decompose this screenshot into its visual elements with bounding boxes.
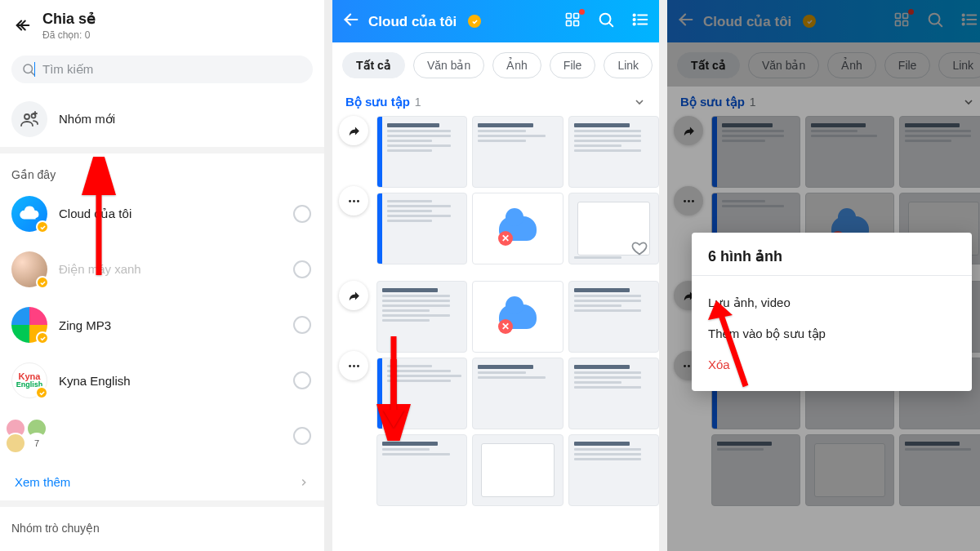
avatar-photo <box>11 251 47 287</box>
svg-point-26 <box>357 365 359 367</box>
recent-item-label: Kyna English <box>59 374 131 388</box>
select-radio[interactable] <box>293 316 311 334</box>
thumbnail[interactable] <box>568 281 659 353</box>
option-save[interactable]: Lưu ảnh, video <box>708 287 956 318</box>
svg-point-22 <box>353 200 355 202</box>
svg-point-15 <box>634 14 635 16</box>
new-group-row[interactable]: Nhóm mới <box>0 91 324 147</box>
thumbnail[interactable] <box>568 116 659 188</box>
select-radio[interactable] <box>293 371 311 389</box>
share-button[interactable] <box>339 116 368 145</box>
svg-line-14 <box>609 23 612 26</box>
verified-badge-icon <box>36 220 49 233</box>
svg-point-19 <box>634 23 635 24</box>
message-group-1: ✕ <box>332 116 659 264</box>
share-header: Chia sẻ Đã chọn: 0 <box>0 0 324 47</box>
svg-point-23 <box>357 200 359 202</box>
option-delete[interactable]: Xóa <box>708 349 956 380</box>
recent-item-label: Điện máy xanh <box>59 262 141 277</box>
new-group-label: Nhóm mới <box>59 112 115 127</box>
tab-image[interactable]: Ảnh <box>492 52 541 78</box>
select-radio[interactable] <box>293 205 311 223</box>
see-more-row[interactable]: Xem thêm <box>0 464 324 500</box>
svg-line-2 <box>31 72 33 74</box>
thumbnail[interactable] <box>472 116 563 188</box>
svg-rect-12 <box>574 21 579 26</box>
thumbnail[interactable] <box>376 358 467 429</box>
share-button[interactable] <box>339 281 368 310</box>
back-arrow-icon[interactable] <box>342 11 360 32</box>
more-button[interactable] <box>339 351 368 380</box>
share-subtitle: Đã chọn: 0 <box>42 29 96 41</box>
thumbnail[interactable] <box>376 116 467 188</box>
thumbnail[interactable] <box>472 358 563 429</box>
svg-point-24 <box>349 365 351 367</box>
recent-item-multi[interactable]: 7 <box>0 408 324 464</box>
screen-cloud: Cloud của tôi Tất cả Văn bản Ảnh File Li… <box>332 0 659 551</box>
tab-all[interactable]: Tất cả <box>342 52 405 78</box>
thumbnail[interactable]: ✕ <box>472 193 563 264</box>
tab-link[interactable]: Link <box>604 52 653 78</box>
zing-avatar-icon <box>11 307 47 343</box>
svg-point-25 <box>353 365 355 367</box>
more-button[interactable] <box>339 186 368 216</box>
collection-row[interactable]: Bộ sưu tập1 <box>332 87 659 116</box>
filter-tabs: Tất cả Văn bản Ảnh File Link <box>332 42 659 87</box>
svg-rect-10 <box>574 14 579 19</box>
thumbnail[interactable]: ✕ <box>472 281 563 353</box>
thumbnail[interactable] <box>376 193 467 264</box>
thumbnail[interactable] <box>568 434 659 506</box>
back-arrow-icon[interactable] <box>11 14 34 37</box>
recent-item-2[interactable]: Điện máy xanh <box>0 242 324 297</box>
chevron-down-icon <box>633 96 646 109</box>
chevron-right-icon <box>298 477 310 488</box>
see-more-label: Xem thêm <box>15 475 70 489</box>
share-title: Chia sẻ <box>42 10 96 28</box>
search-input[interactable]: Tìm kiếm <box>11 56 313 83</box>
kyna-avatar-icon: KynaEnglish <box>11 362 47 398</box>
select-radio[interactable] <box>293 427 311 445</box>
recent-item-zing[interactable]: Zing MP3 <box>0 297 324 353</box>
notification-dot <box>579 9 585 15</box>
recent-item-cloud[interactable]: Cloud của tôi <box>0 186 324 242</box>
svg-rect-11 <box>567 21 572 26</box>
option-add[interactable]: Thêm vào bộ sưu tập <box>708 318 956 349</box>
verified-badge-icon <box>36 276 49 289</box>
recent-item-label: Zing MP3 <box>59 318 111 332</box>
heart-icon[interactable] <box>628 237 651 260</box>
group-item-1[interactable] <box>0 540 324 551</box>
tab-file[interactable]: File <box>550 52 596 78</box>
group-icon <box>11 101 47 137</box>
thumbnail[interactable] <box>472 434 563 506</box>
multi-avatar: 7 <box>11 418 47 454</box>
search-icon <box>21 62 36 77</box>
cloud-title: Cloud của tôi <box>368 13 457 30</box>
recent-item-label: Cloud của tôi <box>59 207 131 221</box>
search-icon[interactable] <box>597 11 615 32</box>
collection-count: 1 <box>415 96 421 109</box>
context-menu: 6 hình ảnh Lưu ảnh, video Thêm vào bộ sư… <box>692 233 972 391</box>
thumbnail[interactable] <box>376 434 467 506</box>
recent-item-kyna[interactable]: KynaEnglish Kyna English <box>0 353 324 408</box>
verified-badge-icon <box>36 331 49 344</box>
list-menu-icon[interactable] <box>631 11 649 32</box>
cloud-avatar-icon <box>11 196 47 232</box>
svg-point-21 <box>349 200 351 202</box>
verified-badge-icon <box>468 15 481 28</box>
collection-label: Bộ sưu tập <box>345 95 410 109</box>
thumbnail[interactable] <box>568 358 659 429</box>
select-radio[interactable] <box>293 260 311 278</box>
section-recent: Gần đây <box>0 153 324 186</box>
avatar-count: 7 <box>26 433 47 454</box>
section-groups: Nhóm trò chuyện <box>0 507 324 540</box>
search-placeholder: Tìm kiếm <box>42 62 93 77</box>
svg-point-3 <box>24 114 29 119</box>
svg-rect-9 <box>567 14 572 19</box>
verified-badge-icon <box>35 386 48 399</box>
message-group-2: ✕ <box>332 281 659 506</box>
grid-icon[interactable] <box>564 11 581 31</box>
screen-cloud-popup: Cloud của tôi Tất cả Văn bản Ảnh File Li… <box>667 0 980 551</box>
tab-text[interactable]: Văn bản <box>413 52 484 78</box>
thumbnail[interactable] <box>376 281 467 353</box>
screen-share: Chia sẻ Đã chọn: 0 Tìm kiếm Nhóm mới Gần… <box>0 0 324 551</box>
